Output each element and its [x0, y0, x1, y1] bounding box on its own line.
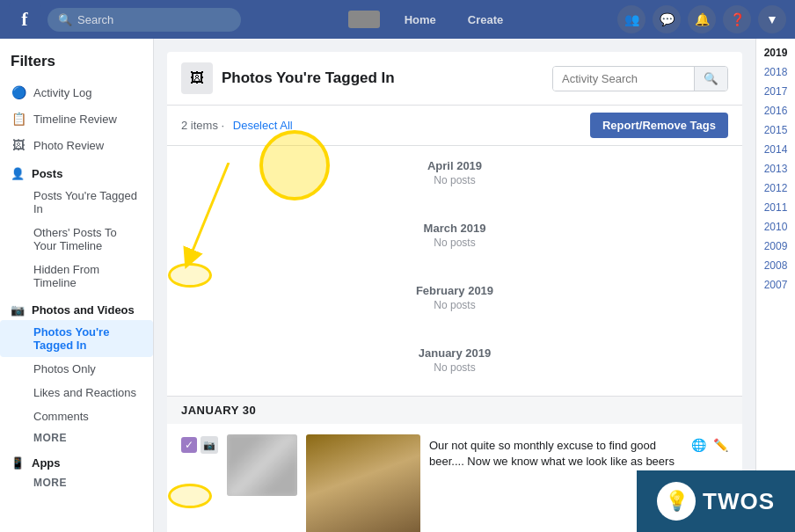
apps-label: Apps: [32, 456, 61, 470]
watermark-text: TWOS: [703, 488, 775, 515]
deselect-all-link[interactable]: Deselect All: [233, 119, 293, 132]
content-title: Photos You're Tagged In: [222, 69, 395, 87]
items-count-area: 2 items · Deselect All: [181, 119, 293, 132]
year-item-2007[interactable]: 2007: [756, 275, 795, 295]
year-item-2018[interactable]: 2018: [756, 62, 795, 82]
post-select-area: ✓ 📷: [181, 436, 218, 454]
year-item-2016[interactable]: 2016: [756, 101, 795, 120]
help-icon[interactable]: ❓: [723, 5, 751, 33]
activity-log-icon: 🔵: [11, 85, 26, 99]
apps-section-header: 📱 Apps: [0, 448, 153, 473]
globe-icon: 🌐: [691, 438, 706, 452]
post-caption: Our not quite so monthly excuse to find …: [429, 438, 682, 470]
photo-review-icon: 🖼: [11, 138, 26, 152]
activity-search-bar[interactable]: 🔍: [552, 66, 728, 91]
year-item-2015[interactable]: 2015: [756, 120, 795, 140]
day-header-jan30: JANUARY 30: [167, 397, 742, 424]
month-section-feb: February 2019 No posts: [167, 271, 742, 333]
post-checkbox[interactable]: ✓: [181, 437, 197, 453]
content-header: 🖼 Photos You're Tagged In 🔍: [167, 52, 742, 106]
month-header-april: April 2019: [167, 159, 742, 172]
no-posts-april: No posts: [167, 174, 742, 186]
sidebar-item-timeline-review[interactable]: 📋 Timeline Review: [0, 106, 153, 132]
watermark-logo-icon: 💡: [657, 482, 696, 521]
photos-videos-section-header: 📷 Photos and Videos: [0, 295, 153, 320]
profile-thumbnail: [348, 11, 380, 28]
activity-log-label: Activity Log: [33, 86, 91, 99]
top-search-input[interactable]: [77, 13, 218, 26]
year-item-2011[interactable]: 2011: [756, 198, 795, 217]
year-item-2019[interactable]: 2019: [756, 43, 795, 62]
photo-review-label: Photo Review: [33, 139, 104, 152]
left-sidebar: Filters 🔵 Activity Log 📋 Timeline Review…: [0, 39, 154, 532]
timeline-review-icon: 📋: [11, 112, 26, 126]
sidebar-item-activity-log[interactable]: 🔵 Activity Log: [0, 79, 153, 106]
friends-icon[interactable]: 👥: [617, 5, 645, 33]
year-item-2008[interactable]: 2008: [756, 256, 795, 275]
edit-icon[interactable]: ✏️: [713, 438, 728, 452]
sidebar-item-likes-reactions[interactable]: Likes and Reactions: [0, 381, 153, 404]
photos-videos-label: Photos and Videos: [32, 303, 135, 317]
month-header-march: March 2019: [167, 222, 742, 235]
photos-videos-icon: 📷: [11, 303, 25, 317]
sidebar-item-others-posts[interactable]: Others' Posts To Your Timeline: [0, 221, 153, 258]
account-menu-icon[interactable]: ▼: [758, 5, 786, 33]
month-header-jan: January 2019: [167, 346, 742, 360]
timeline-review-label: Timeline Review: [33, 113, 117, 126]
content-header-icon: 🖼: [181, 62, 213, 94]
dot-separator: ·: [222, 119, 228, 132]
main-content: 🖼 Photos You're Tagged In 🔍 2 items · De…: [154, 39, 755, 532]
apps-icon: 📱: [11, 456, 25, 470]
post-thumbnail: [227, 434, 297, 496]
sidebar-title: Filters: [0, 47, 153, 79]
no-posts-march: No posts: [167, 237, 742, 249]
sidebar-item-comments[interactable]: Comments: [0, 404, 153, 428]
watermark: 💡 TWOS: [637, 470, 795, 532]
report-remove-tags-button[interactable]: Report/Remove Tags: [590, 113, 728, 138]
content-toolbar: 2 items · Deselect All Report/Remove Tag…: [167, 106, 742, 146]
items-count: 2 items: [181, 119, 218, 132]
year-item-2012[interactable]: 2012: [756, 179, 795, 198]
search-icon: 🔍: [58, 13, 72, 26]
year-item-2013[interactable]: 2013: [756, 159, 795, 179]
checkmark-icon: ✓: [185, 439, 193, 451]
notifications-icon[interactable]: 🔔: [688, 5, 716, 33]
year-item-2009[interactable]: 2009: [756, 237, 795, 256]
sidebar-item-photo-review[interactable]: 🖼 Photo Review: [0, 132, 153, 158]
post-text-area: Our not quite so monthly excuse to find …: [429, 434, 682, 470]
sidebar-item-photos-only[interactable]: Photos Only: [0, 357, 153, 381]
activity-search-button[interactable]: 🔍: [694, 67, 727, 91]
post-actions: 🌐 ✏️: [691, 438, 728, 452]
sidebar-item-posts-tagged[interactable]: Posts You're Tagged In: [0, 184, 153, 221]
top-search-bar[interactable]: 🔍: [47, 8, 241, 32]
facebook-logo: f: [9, 4, 40, 35]
month-section-march: March 2019 No posts: [167, 208, 742, 271]
no-posts-feb: No posts: [167, 299, 742, 311]
year-item-2010[interactable]: 2010: [756, 217, 795, 237]
year-item-2014[interactable]: 2014: [756, 140, 795, 159]
home-link[interactable]: Home: [398, 10, 443, 30]
posts-section-label: Posts: [32, 167, 62, 180]
year-navigation: 2019 2018 2017 2016 2015 2014 2013 2012 …: [755, 39, 795, 532]
sidebar-item-photos-tagged[interactable]: Photos You're Tagged In: [0, 320, 153, 357]
activity-search-input[interactable]: [553, 67, 694, 91]
messenger-icon[interactable]: 💬: [653, 5, 681, 33]
content-title-area: 🖼 Photos You're Tagged In: [181, 62, 395, 94]
sidebar-item-hidden-timeline[interactable]: Hidden From Timeline: [0, 258, 153, 295]
post-photo: [306, 434, 420, 532]
year-item-2017[interactable]: 2017: [756, 82, 795, 101]
month-section-jan-header: January 2019 No posts: [167, 333, 742, 396]
month-section-april: April 2019 No posts: [167, 146, 742, 208]
create-link[interactable]: Create: [461, 10, 510, 30]
photos-videos-more[interactable]: MORE: [0, 428, 153, 448]
top-navigation: f 🔍 Home Create 👥 💬 🔔 ❓ ▼: [0, 0, 795, 39]
apps-more[interactable]: MORE: [0, 473, 153, 492]
month-header-feb: February 2019: [167, 284, 742, 297]
posts-section-icon: 👤: [11, 167, 25, 180]
posts-section-header: 👤 Posts: [0, 158, 153, 184]
no-posts-jan: No posts: [167, 361, 742, 374]
post-type-icon: 📷: [201, 436, 218, 454]
